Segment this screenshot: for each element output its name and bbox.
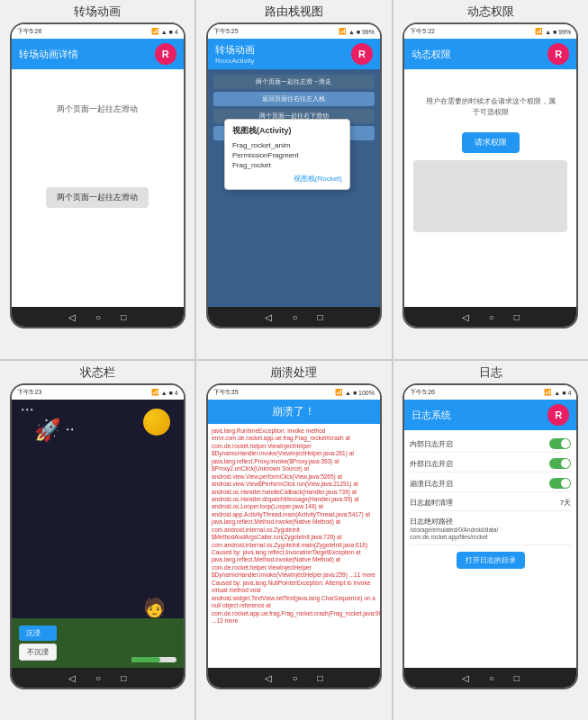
nav-back[interactable]: ◁ <box>68 312 76 322</box>
nav-recent3[interactable]: □ <box>514 312 520 322</box>
toggle-external[interactable] <box>549 458 571 469</box>
phone3-content: 用户在需要的时候才会请求这个权限，属于可选权限 请求权限 <box>404 69 576 307</box>
cell-transition-anim: 转场动画 下午5:26 📶 ▲ ■ 4 转场动画详情 R 两个页面一起往左滑动 … <box>0 0 194 359</box>
cell-log: 日志 下午5:26 📶 ▲ ■ 4 日志系统 R 内部日志开启 外部日志开启 <box>394 361 588 720</box>
stack-item-1: PermissionFragment <box>232 150 342 160</box>
cell4-title: 状态栏 <box>80 361 115 383</box>
non-immersive-btn[interactable]: 不沉浸 <box>19 644 57 661</box>
phone1-nav: ◁ ○ □ <box>12 307 184 327</box>
phone6-time: 下午5:26 <box>410 388 435 397</box>
nav-home2[interactable]: ○ <box>292 312 297 322</box>
phone1-status: 下午5:26 📶 ▲ ■ 4 <box>12 24 184 39</box>
phone5-icons: 📶 ▲ ■ 100% <box>335 389 375 396</box>
perm-button[interactable]: 请求权限 <box>462 132 520 153</box>
phone3-nav: ◁ ○ □ <box>404 307 576 327</box>
cell-route-stack: 路由栈视图 下午5:25 📶 ▲ ■ 99% 转场动画 RoxxActivity… <box>196 0 391 359</box>
cell1-title: 转场动画 <box>74 0 121 22</box>
phone4-content: ✦ ✦ ✦ ✦ ✦ 🚀 🧑 沉浸 不沉浸 <box>12 400 184 668</box>
log-label-expire: 日志超时清理 <box>410 498 453 508</box>
nav-back5[interactable]: ◁ <box>265 673 272 683</box>
phone1-content: 两个页面一起往左滑动 两个页面一起往左滑动 <box>12 69 184 307</box>
status-buttons: 沉浸 不沉浸 <box>19 626 57 661</box>
phone3-header: 动态权限 R <box>404 39 576 69</box>
perm-code <box>413 160 567 232</box>
phone2-avatar: R <box>351 43 373 65</box>
phone5-nav: ◁ ○ □ <box>208 668 380 688</box>
cell-crash: 崩溃处理 下午5:35 📶 ▲ ■ 100% 崩溃了！ java.lang.Ru… <box>196 361 391 720</box>
brightness-slider[interactable] <box>131 657 176 662</box>
log-open-button[interactable]: 打开日志的目录 <box>457 552 525 569</box>
phone2-header: 转场动画 RoxxActivity R <box>208 39 380 69</box>
perm-text: 用户在需要的时候才会请求这个权限，属于可选权限 <box>413 96 567 118</box>
phone6: 下午5:26 📶 ▲ ■ 4 日志系统 R 内部日志开启 外部日志开启 <box>403 383 578 689</box>
phone3-status: 下午5:22 📶 ▲ ■ 99% <box>404 24 576 39</box>
phone6-content: 内部日志开启 外部日志开启 崩溃日志开启 日志超时清理 7天 日志绝对路径 <box>404 430 576 668</box>
toggle-internal[interactable] <box>549 438 571 449</box>
cell6-title: 日志 <box>479 361 502 383</box>
slider-fill <box>131 657 161 662</box>
stack-btn1[interactable]: 两个页面一起往左滑→滑走 <box>213 75 375 89</box>
moon-icon <box>143 409 170 436</box>
phone3-time: 下午5:22 <box>410 27 435 36</box>
phone6-avatar: R <box>547 404 569 426</box>
log-row-expire: 日志超时清理 7天 <box>410 495 571 511</box>
log-label-internal: 内部日志开启 <box>410 439 453 449</box>
phone3-header-title: 动态权限 <box>412 48 451 61</box>
anim-button[interactable]: 两个页面一起往左滑动 <box>46 187 149 208</box>
nav-recent5[interactable]: □ <box>317 673 322 683</box>
nav-back6[interactable]: ◁ <box>462 673 469 683</box>
nav-back2[interactable]: ◁ <box>265 312 272 322</box>
phone4-status: 下午5:23 📶 ▲ ■ 4 <box>12 385 184 400</box>
nav-recent2[interactable]: □ <box>317 312 322 322</box>
phone2-header-title: 转场动画 <box>215 43 255 57</box>
stack-footer[interactable]: 视图栈(Rocket) <box>232 174 342 184</box>
crash-log[interactable]: java.lang.RuntimeException: invoke metho… <box>208 424 380 668</box>
nav-home5[interactable]: ○ <box>292 673 297 683</box>
log-row-external: 外部日志开启 <box>410 455 571 472</box>
phone5-time: 下午5:35 <box>213 388 239 397</box>
stack-btn2[interactable]: 返回页面往右往左入栈 <box>213 92 375 106</box>
nav-recent[interactable]: □ <box>121 312 126 322</box>
phone6-status: 下午5:26 📶 ▲ ■ 4 <box>404 385 576 400</box>
stars2: ✦ ✦ <box>66 427 74 432</box>
nav-home3[interactable]: ○ <box>489 312 494 322</box>
phone4: 下午5:23 📶 ▲ ■ 4 ✦ ✦ ✦ ✦ ✦ 🚀 🧑 沉浸 不沉浸 <box>10 383 185 689</box>
phone1-header-title: 转场动画详情 <box>19 48 78 61</box>
nav-recent4[interactable]: □ <box>121 673 126 683</box>
immersive-btn[interactable]: 沉浸 <box>19 626 57 641</box>
log-label-external: 外部日志开启 <box>410 459 453 469</box>
nav-back4[interactable]: ◁ <box>68 673 76 683</box>
phone1-header: 转场动画详情 R <box>12 39 184 69</box>
phone2-icons: 📶 ▲ ■ 99% <box>339 28 375 35</box>
stack-overlay-title: 视图栈(Activity) <box>232 125 342 137</box>
main-grid: 转场动画 下午5:26 📶 ▲ ■ 4 转场动画详情 R 两个页面一起往左滑动 … <box>0 0 588 720</box>
phone1-time: 下午5:26 <box>17 27 42 36</box>
phone2-content: 两个页面一起往左滑→滑走 返回页面往右往左入栈 两个页面一起往右下滑动 返回页面… <box>208 69 380 307</box>
toggle-crash[interactable] <box>549 478 571 489</box>
stack-item-0: Frag_rocket_anim <box>232 140 342 150</box>
log-label-crash: 崩溃日志开启 <box>410 479 453 489</box>
nav-back3[interactable]: ◁ <box>462 312 469 322</box>
cell5-title: 崩溃处理 <box>270 361 317 383</box>
nav-recent6[interactable]: □ <box>514 673 520 683</box>
log-path-value: /storage/emulated/0/Android/data/ com.de… <box>410 526 571 542</box>
phone1-avatar: R <box>155 43 176 65</box>
nav-home6[interactable]: ○ <box>489 673 494 683</box>
cell3-title: 动态权限 <box>467 0 514 22</box>
phone6-icons: 📶 ▲ ■ 4 <box>544 389 571 396</box>
phone2-nav: ◁ ○ □ <box>208 307 380 327</box>
log-days-value: 7天 <box>560 498 571 508</box>
cell2-title: 路由栈视图 <box>265 0 323 22</box>
stack-item-2: Frag_rocket <box>232 160 342 170</box>
nav-home[interactable]: ○ <box>95 312 101 322</box>
phone2-time: 下午5:25 <box>213 27 239 36</box>
phone4-icons: 📶 ▲ ■ 4 <box>151 389 178 396</box>
nav-home4[interactable]: ○ <box>95 673 101 683</box>
phone6-nav: ◁ ○ □ <box>404 668 576 688</box>
phone2-header-subtitle: RoxxActivity <box>215 57 255 65</box>
phone5-status: 下午5:35 📶 ▲ ■ 100% <box>208 385 380 400</box>
log-label-path: 日志绝对路径 <box>410 517 453 526</box>
phone3-avatar: R <box>547 43 569 65</box>
ground: 🧑 沉浸 不沉浸 <box>12 618 184 668</box>
stack-overlay: 视图栈(Activity) Frag_rocket_anim Permissio… <box>224 119 350 190</box>
